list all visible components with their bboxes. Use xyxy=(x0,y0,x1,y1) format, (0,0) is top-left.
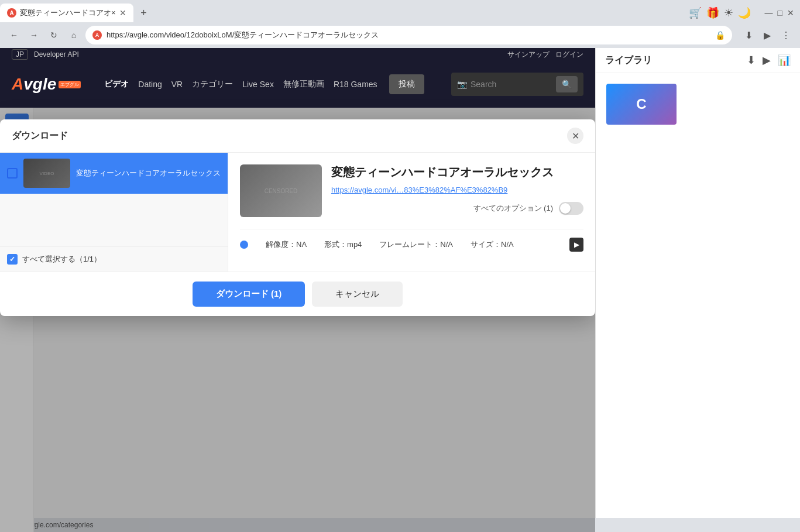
list-item[interactable]: ✓ VIDEO 変態ティーンハードコアオーラルセックス xyxy=(0,153,228,194)
panel-stats-icon[interactable]: 📊 xyxy=(778,54,791,67)
logo-badge: エブグル xyxy=(59,81,81,88)
toggle-knob xyxy=(560,203,571,214)
quality-row: 解像度：NA 形式：mp4 フレームレート：N/A サイズ：N/A ▶ xyxy=(240,229,583,260)
signup-link[interactable]: サインアップ xyxy=(507,50,550,60)
nav-uncensored[interactable]: 無修正動画 xyxy=(283,79,324,90)
gift-icon[interactable]: 🎁 xyxy=(706,6,719,19)
format-label: 形式：mp4 xyxy=(324,239,362,250)
nav-livesex[interactable]: Live Sex xyxy=(242,80,274,89)
quality-indicator xyxy=(240,241,248,249)
download-modal: ダウンロード ✕ ✓ xyxy=(0,119,595,316)
refresh-button[interactable]: ↻ xyxy=(46,27,62,43)
site-logo[interactable]: Avgle エブグル xyxy=(12,75,81,94)
lock-icon: 🔒 xyxy=(715,30,725,40)
checkmark-icon: ✓ xyxy=(9,169,15,177)
modal-title-bar: ダウンロード ✕ xyxy=(0,119,595,153)
search-box: 📷 🔍 xyxy=(451,73,583,96)
right-panel-content: C xyxy=(596,73,800,135)
detail-thumbnail: CENSORED xyxy=(240,164,322,217)
right-panel-video-item[interactable]: C xyxy=(602,79,794,129)
login-link[interactable]: ログイン xyxy=(555,50,583,60)
address-bar: ← → ↻ ⌂ A https://avgle.com/video/12dobo… xyxy=(0,22,800,48)
brightness-icon[interactable]: ☀ xyxy=(724,6,733,19)
detail-title: 変態ティーンハードコアオーラルセックス xyxy=(331,164,583,180)
thumb-placeholder: VIDEO xyxy=(23,159,70,188)
cancel-button[interactable]: キャンセル xyxy=(312,282,403,307)
list-item-thumbnail: VIDEO xyxy=(23,159,70,188)
detail-url[interactable]: https://avgle.com/vi…83%E3%82%AF%E3%82%B… xyxy=(331,186,507,194)
video-type-icon: ▶ xyxy=(569,238,583,252)
language-selector[interactable]: JP xyxy=(12,49,28,60)
right-panel-header: ライブラリ ⬇ ▶ 📊 xyxy=(596,48,800,73)
download-button[interactable]: ダウンロード (1) xyxy=(193,282,305,307)
darkmode-icon[interactable]: 🌙 xyxy=(738,6,751,19)
modal-body: ✓ VIDEO 変態ティーンハードコアオーラルセックス xyxy=(0,153,595,272)
search-input[interactable] xyxy=(471,80,552,89)
modal-list-items: ✓ VIDEO 変態ティーンハードコアオーラルセックス xyxy=(0,153,228,246)
new-tab-button[interactable]: + xyxy=(136,5,152,21)
url-text: https://avgle.com/video/12doboixLoM/変態ティ… xyxy=(107,30,710,40)
nav-video[interactable]: ビデオ xyxy=(104,79,129,90)
browser-menu-button[interactable]: ⋮ xyxy=(778,27,794,43)
modal-detail-panel: CENSORED 変態ティーンハードコアオーラルセックス https://avg… xyxy=(228,153,595,272)
detail-top: CENSORED 変態ティーンハードコアオーラルセックス https://avg… xyxy=(240,164,583,217)
detail-options-row: すべてのオプション (1) xyxy=(331,202,583,215)
select-all-checkbox[interactable]: ✓ xyxy=(7,254,18,265)
camera-icon: 📷 xyxy=(457,80,467,89)
right-panel: ライブラリ ⬇ ▶ 📊 C xyxy=(595,48,800,532)
post-button[interactable]: 投稿 xyxy=(389,74,424,94)
select-all-label: すべて選択する（1/1） xyxy=(22,254,101,265)
maximize-button[interactable]: □ xyxy=(778,8,782,18)
modal-overlay: ダウンロード ✕ ✓ xyxy=(0,108,595,532)
panel-play-icon[interactable]: ▶ xyxy=(763,54,771,67)
modal-footer: ダウンロード (1) キャンセル xyxy=(0,272,595,316)
list-item-checkbox[interactable]: ✓ xyxy=(7,168,18,179)
logo-text: Avgle xyxy=(12,75,56,94)
tab-title: 変態ティーンハードコアオ× xyxy=(20,8,116,18)
minimize-button[interactable]: — xyxy=(765,8,773,18)
nav-vr[interactable]: VR xyxy=(171,80,183,89)
tab-favicon: A xyxy=(7,8,16,18)
right-panel-thumb: C xyxy=(606,84,677,125)
detail-thumb-placeholder: CENSORED xyxy=(240,164,322,217)
developer-api-link[interactable]: Developer API xyxy=(34,50,79,59)
forward-button[interactable]: → xyxy=(26,27,42,43)
nav-links: ビデオ Dating VR カテゴリー Live Sex 無修正動画 R18 G… xyxy=(104,79,377,90)
search-button[interactable]: 🔍 xyxy=(556,76,578,92)
browser-extension-area: ⬇ ▶ ⋮ xyxy=(740,27,794,43)
size-label: サイズ：N/A xyxy=(471,239,514,250)
website-area: JP Developer API サインアップ ログイン Avgle エブグル … xyxy=(0,48,595,532)
site-content: E ⋮ 👍 ダウンロード ✕ xyxy=(0,108,595,532)
list-item-title: 変態ティーンハードコアオーラルセックス xyxy=(76,168,221,179)
right-panel-title: ライブラリ xyxy=(605,54,652,67)
options-toggle[interactable] xyxy=(559,202,583,215)
close-button[interactable]: ✕ xyxy=(787,8,794,18)
modal-video-list: ✓ VIDEO 変態ティーンハードコアオーラルセックス xyxy=(0,153,228,272)
main-area: JP Developer API サインアップ ログイン Avgle エブグル … xyxy=(0,48,800,532)
select-all-checkmark: ✓ xyxy=(9,255,15,263)
home-button[interactable]: ⌂ xyxy=(66,27,82,43)
modal-title: ダウンロード xyxy=(12,130,68,142)
extension-video-button[interactable]: ▶ xyxy=(759,27,775,43)
site-top-bar: JP Developer API サインアップ ログイン xyxy=(0,48,595,61)
cart-icon[interactable]: 🛒 xyxy=(689,6,702,19)
tab-bar: A 変態ティーンハードコアオ× ✕ + 🛒 🎁 ☀ 🌙 — □ ✕ xyxy=(0,0,800,22)
nav-r18games[interactable]: R18 Games xyxy=(334,80,377,89)
active-tab[interactable]: A 変態ティーンハードコアオ× ✕ xyxy=(0,4,133,22)
browser-window-controls: 🛒 🎁 ☀ 🌙 — □ ✕ xyxy=(689,6,800,19)
quality-label: 解像度：NA xyxy=(266,239,307,250)
panel-download-icon[interactable]: ⬇ xyxy=(747,54,756,67)
framerate-label: フレームレート：N/A xyxy=(379,239,453,250)
modal-close-button[interactable]: ✕ xyxy=(567,128,583,144)
nav-dating[interactable]: Dating xyxy=(138,80,162,89)
url-favicon: A xyxy=(92,30,102,40)
modal-list-footer: ✓ すべて選択する（1/1） xyxy=(0,246,228,272)
tab-close-button[interactable]: ✕ xyxy=(119,8,126,18)
options-label: すべてのオプション (1) xyxy=(473,203,554,214)
extension-download-button[interactable]: ⬇ xyxy=(740,27,757,43)
back-button[interactable]: ← xyxy=(6,27,22,43)
nav-categories[interactable]: カテゴリー xyxy=(192,79,233,90)
site-navbar: Avgle エブグル ビデオ Dating VR カテゴリー Live Sex … xyxy=(0,61,595,108)
right-panel-icons: ⬇ ▶ 📊 xyxy=(747,54,791,67)
url-bar[interactable]: A https://avgle.com/video/12doboixLoM/変態… xyxy=(85,26,732,44)
